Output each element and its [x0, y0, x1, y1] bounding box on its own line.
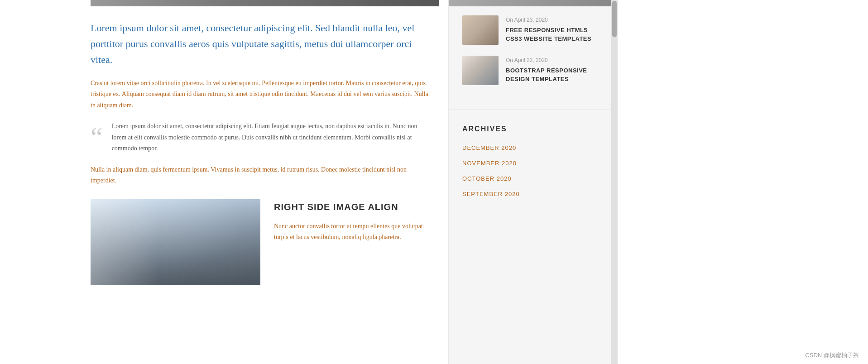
post-info-1: On April 23, 2020 FREE RESPONSIVE HTML5 …	[506, 15, 598, 43]
post-thumb-2	[462, 56, 499, 85]
sidebar-post-item-2: On April 22, 2020 BOOTSTRAP RESPONSIVE D…	[462, 56, 598, 85]
image-align-heading: RIGHT SIDE IMAGE ALIGN	[274, 199, 430, 215]
sidebar-archives: ARCHIVES DECEMBER 2020NOVEMBER 2020OCTOB…	[449, 110, 611, 214]
image-align-text: Nunc auctor convallis tortor at tempu el…	[274, 221, 430, 243]
body-paragraph: Cras ut lorem vitae orci sollicitudin ph…	[91, 78, 430, 111]
scrollbar-thumb[interactable]	[612, 1, 617, 37]
archive-item[interactable]: SEPTEMBER 2020	[462, 189, 598, 199]
archive-item[interactable]: OCTOBER 2020	[462, 174, 598, 184]
right-text-block: RIGHT SIDE IMAGE ALIGN Nunc auctor conva…	[274, 199, 430, 243]
post-title-1[interactable]: FREE RESPONSIVE HTML5 CSS3 WEBSITE TEMPL…	[506, 26, 598, 43]
intro-paragraph: Lorem ipsum dolor sit amet, consectetur …	[91, 20, 430, 68]
sidebar-recent-posts: On April 23, 2020 FREE RESPONSIVE HTML5 …	[449, 11, 611, 110]
kitchen-image	[91, 199, 260, 285]
archives-title: ARCHIVES	[462, 123, 598, 135]
post-title-2[interactable]: BOOTSTRAP RESPONSIVE DESIGN TEMPLATES	[506, 67, 598, 83]
sidebar: On April 23, 2020 FREE RESPONSIVE HTML5 …	[448, 0, 611, 364]
post-date-2: On April 22, 2020	[506, 56, 598, 65]
sidebar-top-image	[449, 0, 611, 6]
main-content: Lorem ipsum dolor sit amet, consectetur …	[0, 0, 448, 364]
image-text-section: RIGHT SIDE IMAGE ALIGN Nunc auctor conva…	[91, 199, 430, 285]
blockquote-text: Lorem ipsum dolor sit amet, consectetur …	[112, 121, 430, 154]
quote-mark-icon: “	[91, 123, 103, 150]
post-thumb-1	[462, 15, 499, 45]
footer-paragraph: Nulla in aliquam diam, quis fermentum ip…	[91, 164, 430, 187]
csdn-watermark: CSDN @枫蜜柚子茶	[805, 350, 859, 360]
archive-item[interactable]: DECEMBER 2020	[462, 143, 598, 153]
post-date-1: On April 23, 2020	[506, 15, 598, 24]
hero-image-strip	[91, 0, 430, 6]
archive-list: DECEMBER 2020NOVEMBER 2020OCTOBER 2020SE…	[462, 143, 598, 199]
sidebar-post-item-1: On April 23, 2020 FREE RESPONSIVE HTML5 …	[462, 15, 598, 45]
post-info-2: On April 22, 2020 BOOTSTRAP RESPONSIVE D…	[506, 56, 598, 83]
archive-item[interactable]: NOVEMBER 2020	[462, 158, 598, 168]
blockquote-section: “ Lorem ipsum dolor sit amet, consectetu…	[91, 121, 430, 154]
scrollbar[interactable]	[611, 0, 618, 364]
